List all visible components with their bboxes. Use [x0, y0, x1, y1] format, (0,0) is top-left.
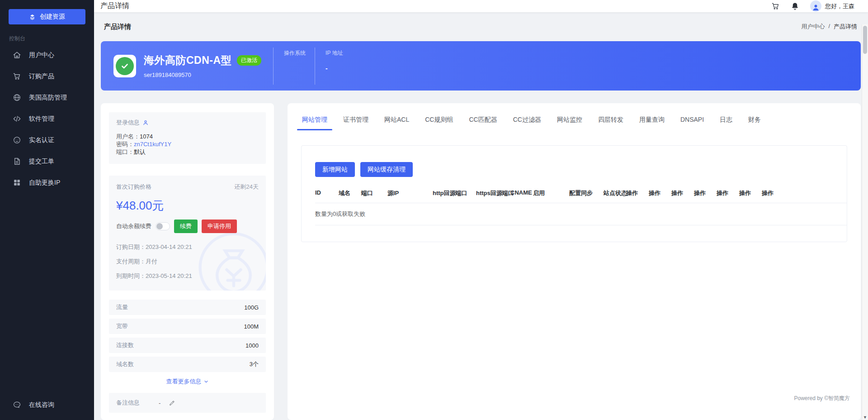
sidebar-item[interactable]: 自助更换IP: [0, 172, 94, 193]
tab-item[interactable]: CC过滤器: [513, 110, 541, 130]
tab-item[interactable]: 网站监控: [557, 110, 582, 130]
order-date-value: 2023-04-14 20:21: [146, 243, 192, 250]
remark-value: -: [159, 400, 160, 406]
username-value: 1074: [140, 133, 153, 140]
tab-item[interactable]: DNSAPI: [680, 110, 704, 130]
breadcrumb: 用户中心 / 产品详情: [801, 23, 857, 31]
tab-item[interactable]: 证书管理: [343, 110, 368, 130]
bell-icon[interactable]: [791, 2, 799, 10]
sidebar-item-label: 提交工单: [29, 158, 54, 166]
tab-item[interactable]: CC匹配器: [469, 110, 497, 130]
auto-renew-label: 自动余额续费: [116, 222, 151, 230]
password-value[interactable]: zn7Ct1kufY1Y: [134, 141, 171, 148]
sidebar-item[interactable]: 软件管理: [0, 108, 94, 129]
renew-button[interactable]: 续费: [174, 220, 198, 233]
sidebar-item[interactable]: 实名认证: [0, 129, 94, 151]
order-date-row: 订购日期：2023-04-14 20:21: [116, 240, 259, 254]
column-header: 站点状态: [604, 189, 626, 197]
sidebar-footer: 在线咨询: [0, 394, 94, 420]
online-support-label: 在线咨询: [29, 401, 54, 409]
sidebar-item-label: 订购产品: [29, 72, 54, 81]
tab-item[interactable]: CC规则组: [425, 110, 453, 130]
tab-item[interactable]: 网站管理: [302, 110, 327, 130]
view-more-link[interactable]: 查看更多信息: [109, 377, 266, 386]
vertical-scrollbar[interactable]: ▼: [862, 24, 868, 420]
tab-item[interactable]: 日志: [720, 110, 732, 130]
sidebar-item[interactable]: 提交工单: [0, 151, 94, 172]
scrollbar-down-arrow[interactable]: ▼: [862, 415, 868, 420]
column-header: 操作: [694, 189, 717, 197]
site-table-header: ID 域名 端口 源IP http回源端口 https回源端口: [315, 189, 847, 203]
create-resource-label: 创建资源: [40, 13, 65, 21]
breadcrumb-parent[interactable]: 用户中心: [801, 23, 825, 31]
login-info-box: 登录信息 用户名：1074 密码：zn7Ct1kufY1Y 端口：默认: [109, 112, 266, 164]
column-header: 操作: [739, 189, 762, 197]
column-header: 操作: [671, 189, 694, 197]
ip-label: IP 地址: [326, 49, 346, 57]
content: 产品详情 用户中心 / 产品详情 海外高防CDN-A型 已激活: [94, 12, 868, 420]
sidebar-item-online-support[interactable]: 在线咨询: [0, 394, 94, 415]
column-header: http回源端口: [433, 189, 476, 197]
topbar-title: 产品详情: [100, 1, 129, 11]
product-title: 海外高防CDN-A型: [144, 53, 231, 67]
chat-bubble-icon: [13, 401, 21, 409]
sidebar-item[interactable]: 订购产品: [0, 66, 94, 87]
scrollbar-thumb[interactable]: [863, 26, 867, 54]
auto-renew-toggle[interactable]: [156, 222, 170, 230]
price-box: 首次订购价格 还剩24天 ¥48.00元 自动余额续费 续费 申请停用 订购日期…: [109, 176, 266, 291]
app-window: 创建资源 控制台 用户中心 订购产品 美国高防管理: [0, 0, 868, 420]
price-label: 首次订购价格: [116, 183, 151, 191]
os-label: 操作系统: [284, 49, 306, 57]
check-icon: [116, 57, 134, 75]
status-badge: 已激活: [237, 55, 261, 66]
topbar: 产品详情 您好，王森: [94, 0, 868, 12]
column-header: ID: [315, 189, 339, 197]
column-header: CNAME: [510, 189, 533, 197]
face-id-icon: [13, 136, 21, 144]
stat-value: 1000: [245, 342, 259, 349]
user-menu[interactable]: 您好，王森: [810, 0, 854, 12]
tab-item[interactable]: 四层转发: [598, 110, 623, 130]
product-meta: 操作系统 IP 地址 -: [273, 48, 355, 85]
login-info-header: 登录信息: [116, 119, 259, 127]
column-header: https回源端口: [476, 189, 510, 197]
stat-row: 连接数 1000: [109, 338, 266, 353]
code-icon: [13, 115, 21, 123]
cart-icon: [13, 72, 21, 81]
breadcrumb-separator: /: [828, 23, 830, 31]
expire-date-value: 2023-05-14 20:21: [146, 272, 192, 279]
ip-column: IP 地址 -: [315, 48, 355, 85]
pay-cycle-row: 支付周期：月付: [116, 254, 259, 269]
create-resource-button[interactable]: 创建资源: [9, 9, 85, 24]
powered-by: Powered by ©智简魔方: [794, 395, 850, 402]
sidebar-item-label: 软件管理: [29, 115, 54, 123]
table-empty-state: 数量为0或获取失败: [315, 203, 847, 225]
column-header: 端口: [361, 189, 387, 197]
product-status-tile: [113, 55, 136, 77]
login-username-row: 用户名：1074: [116, 133, 259, 140]
ip-value: -: [326, 65, 346, 72]
stat-row: 域名数 3个: [109, 357, 266, 372]
login-port-row: 端口：默认: [116, 148, 259, 156]
stat-row: 宽带 100M: [109, 319, 266, 334]
product-banner: 海外高防CDN-A型 已激活 ser189184089570 操作系统 IP 地…: [101, 41, 861, 91]
page-head: 产品详情 用户中心 / 产品详情: [101, 12, 861, 41]
sidebar-item-label: 自助更换IP: [29, 179, 60, 187]
sidebar-item[interactable]: 用户中心: [0, 44, 94, 66]
avatar: [810, 0, 821, 12]
clear-cache-button[interactable]: 网站缓存清理: [360, 162, 413, 177]
stat-label: 流量: [116, 303, 128, 311]
tab-item[interactable]: 网站ACL: [384, 110, 409, 130]
tab-item[interactable]: 用量查询: [639, 110, 665, 130]
stop-service-button[interactable]: 申请停用: [202, 220, 237, 233]
product-summary-card: 登录信息 用户名：1074 密码：zn7Ct1kufY1Y 端口：默认: [101, 103, 274, 420]
grid-icon: [13, 178, 21, 187]
column-header: 域名: [339, 189, 361, 197]
login-info-title: 登录信息: [116, 119, 140, 127]
edit-remark-icon[interactable]: [169, 400, 175, 406]
add-site-button[interactable]: 新增网站: [315, 162, 355, 177]
sidebar-item[interactable]: 美国高防管理: [0, 87, 94, 108]
tab-item[interactable]: 财务: [748, 110, 761, 130]
remark-box: 备注信息 -: [109, 393, 266, 413]
cart-icon[interactable]: [771, 2, 780, 10]
